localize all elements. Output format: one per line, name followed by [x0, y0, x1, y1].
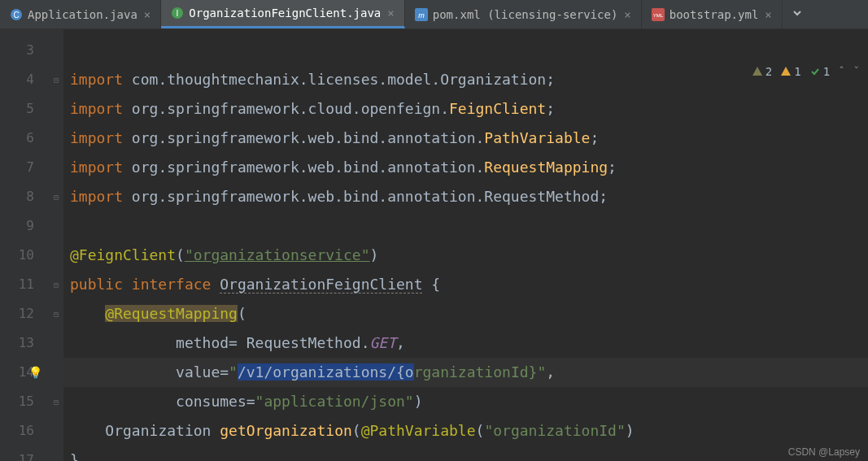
code-line: public interface OrganizationFeignClient…	[63, 270, 868, 299]
yaml-icon: YML	[652, 8, 665, 21]
line-number: 10	[0, 241, 49, 270]
fold-toggle-icon[interactable]: ⊟	[49, 270, 63, 299]
code-line	[63, 211, 868, 241]
fold-toggle-icon[interactable]: ⊟	[49, 182, 63, 211]
code-line: value="/v1/organizations/{organizationId…	[63, 358, 868, 387]
line-number-gutter[interactable]: 3 4 5 6 7 8 9 10 11 12 13 14 15 16 17	[0, 29, 49, 461]
line-number: 8	[0, 182, 49, 211]
close-icon[interactable]: ×	[624, 8, 630, 21]
tab-pom-xml[interactable]: m pom.xml (licensing-service) ×	[405, 0, 642, 28]
weak-warning-indicator[interactable]: 2	[752, 65, 772, 78]
code-line: @FeignClient("organizationservice")	[63, 241, 868, 270]
line-number: 17	[0, 446, 49, 461]
line-number: 16	[0, 416, 49, 446]
code-line	[63, 36, 868, 65]
tab-label: pom.xml (licensing-service)	[433, 8, 618, 21]
line-number: 11	[0, 270, 49, 299]
more-tabs-chevron[interactable]	[783, 6, 812, 23]
close-icon[interactable]: ×	[765, 8, 771, 21]
tab-label: Application.java	[28, 8, 137, 21]
fold-toggle-icon[interactable]: ⊟	[49, 65, 63, 94]
code-line: import org.springframework.web.bind.anno…	[63, 153, 868, 182]
fold-gutter[interactable]: ⊟ ⊟ ⊟ ⊟ 💡 ⊟	[49, 29, 63, 461]
svg-text:C: C	[13, 11, 19, 20]
ok-indicator[interactable]: 1	[809, 65, 830, 78]
code-line: import org.springframework.web.bind.anno…	[63, 124, 868, 153]
line-number: 4	[0, 65, 49, 94]
line-number: 13	[0, 328, 49, 358]
fold-toggle-icon[interactable]: ⊟	[49, 299, 63, 328]
line-number: 15	[0, 387, 49, 416]
inspections-widget[interactable]: 2 1 1 ˆ ˇ	[752, 65, 860, 78]
line-number: 3	[0, 36, 49, 65]
chevron-up-icon[interactable]: ˆ	[838, 65, 844, 78]
chevron-down-icon[interactable]: ˇ	[853, 65, 860, 78]
code-line: Organization getOrganization(@PathVariab…	[63, 416, 868, 446]
close-icon[interactable]: ×	[387, 7, 394, 20]
intention-bulb-icon[interactable]: 💡	[28, 366, 41, 379]
close-icon[interactable]: ×	[144, 8, 150, 21]
code-line: import org.springframework.web.bind.anno…	[63, 182, 868, 211]
code-line: import org.springframework.cloud.openfei…	[63, 94, 868, 124]
warning-indicator[interactable]: 1	[780, 65, 800, 78]
tab-application[interactable]: C Application.java ×	[0, 0, 161, 28]
fold-toggle-icon[interactable]: ⊟	[49, 387, 63, 416]
editor-tabs: C Application.java × I OrganizationFeign…	[0, 0, 868, 29]
svg-text:YML: YML	[653, 13, 664, 18]
code-line: }	[63, 446, 868, 461]
code-editor[interactable]: import com.thoughtmechanix.licenses.mode…	[63, 29, 868, 461]
code-line: @RequestMapping(	[63, 299, 868, 328]
svg-text:m: m	[418, 11, 425, 20]
editor-area: 2 1 1 ˆ ˇ 3 4 5 6 7 8 9 10 11 12 13 14 1…	[0, 29, 868, 461]
java-class-icon: C	[10, 8, 23, 21]
line-number: 9	[0, 211, 49, 241]
code-line: import com.thoughtmechanix.licenses.mode…	[63, 65, 868, 94]
watermark: CSDN @Lapsey	[788, 446, 860, 458]
tab-label: bootstrap.yml	[670, 8, 759, 21]
tab-organization-feign-client[interactable]: I OrganizationFeignClient.java ×	[161, 0, 404, 28]
java-interface-icon: I	[171, 7, 184, 20]
line-number: 6	[0, 124, 49, 153]
maven-icon: m	[415, 8, 428, 21]
line-number: 5	[0, 94, 49, 124]
line-number: 12	[0, 299, 49, 328]
tab-bootstrap-yml[interactable]: YML bootstrap.yml ×	[642, 0, 783, 28]
code-line: consumes="application/json")	[63, 387, 868, 416]
line-number: 7	[0, 153, 49, 182]
tab-label: OrganizationFeignClient.java	[189, 7, 381, 20]
svg-text:I: I	[177, 9, 179, 18]
code-line: method= RequestMethod.GET,	[63, 328, 868, 358]
